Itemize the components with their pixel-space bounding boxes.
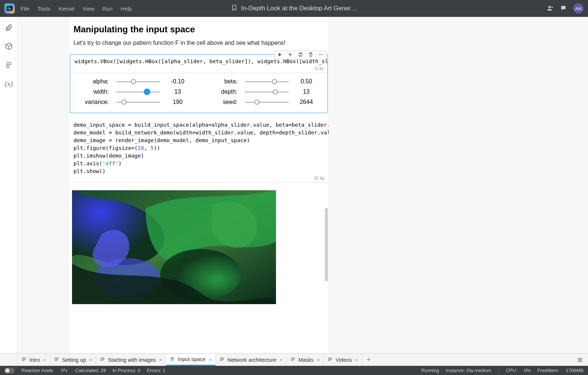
slider-value: -0.10 — [168, 78, 188, 85]
slider-width: width:13 — [81, 89, 188, 95]
worksheet-icon — [290, 357, 295, 363]
run-cell-button[interactable] — [275, 51, 285, 59]
add-tab-button[interactable]: + — [362, 354, 375, 366]
tab-input-space[interactable]: Input space× — [166, 354, 216, 366]
toc-icon[interactable] — [5, 61, 13, 70]
worksheet-icon — [327, 357, 333, 363]
refresh-cell-button[interactable] — [295, 51, 306, 59]
slider-track[interactable] — [116, 79, 160, 84]
tab-setting-up[interactable]: Setting up× — [50, 354, 96, 366]
cell-exec-time: 37.9s — [69, 176, 329, 183]
widget-output: alpha:-0.10beta:0.50width:13depth:13vari… — [70, 73, 327, 113]
slider-seed: seed:2644 — [210, 99, 316, 105]
scrollbar[interactable] — [325, 208, 328, 281]
menu-run[interactable]: Run — [103, 6, 113, 12]
title-text: In-Depth Look at the Desktop Art Gener… — [241, 5, 357, 12]
status-cpu-value: 0% — [524, 368, 531, 373]
box-icon[interactable] — [5, 42, 13, 51]
slider-value: 2644 — [296, 99, 316, 105]
status-errors: Errors: 1 — [147, 368, 165, 373]
cell-17[interactable]: [17] widgets.VBox([widgets.HBox([alpha_s… — [69, 54, 329, 113]
status-bar: Reactive mode IPy Calculated: 29 In Proc… — [0, 366, 588, 375]
close-icon[interactable]: × — [355, 357, 358, 363]
tab-label: Network architecture — [227, 357, 276, 363]
close-icon[interactable]: × — [208, 356, 212, 363]
menu-tools[interactable]: Tools — [37, 6, 50, 12]
worksheet-icon — [54, 357, 59, 363]
slider-depth: depth:13 — [210, 89, 316, 95]
slider-track[interactable] — [116, 99, 160, 105]
svg-point-1 — [319, 54, 320, 55]
reactive-mode-toggle[interactable] — [4, 368, 15, 374]
close-icon[interactable]: × — [89, 357, 92, 363]
slider-alpha: alpha:-0.10 — [81, 78, 188, 85]
user-add-icon[interactable] — [547, 5, 553, 12]
app-logo: DL — [4, 3, 15, 14]
slider-value: 13 — [296, 89, 316, 95]
tab-label: Input space — [178, 356, 205, 362]
tab-intro[interactable]: Intro× — [18, 354, 50, 366]
tab-masks[interactable]: Masks× — [287, 354, 324, 366]
slider-track[interactable] — [245, 89, 289, 95]
delete-cell-button[interactable] — [306, 51, 316, 59]
reactive-mode-label: Reactive mode — [21, 368, 53, 373]
status-instance: Instance: t3a.medium — [446, 368, 491, 373]
status-mem-value: 1766MB — [566, 368, 584, 373]
close-icon[interactable]: × — [279, 357, 283, 363]
menu-kernel[interactable]: Kernel — [58, 6, 74, 12]
worksheet-icon — [170, 356, 175, 363]
svg-point-2 — [320, 54, 321, 55]
svg-point-0 — [549, 6, 551, 8]
slider-track[interactable] — [116, 89, 160, 95]
menu-file[interactable]: File — [21, 6, 29, 12]
bookmark-icon[interactable] — [231, 4, 237, 13]
slider-label: depth: — [210, 89, 237, 95]
slider-label: variance: — [81, 99, 109, 105]
add-cell-button[interactable] — [285, 51, 295, 59]
slider-variance: variance:190 — [81, 99, 188, 105]
attachment-icon[interactable] — [5, 24, 13, 33]
tab-label: Intro — [29, 357, 40, 363]
tab-starting-with-images[interactable]: Starting with images× — [96, 354, 166, 366]
section-heading: Manipulating the input space — [74, 24, 324, 35]
slider-label: alpha: — [81, 78, 109, 85]
tab-label: Setting up — [62, 357, 86, 363]
tab-network-architecture[interactable]: Network architecture× — [216, 354, 287, 366]
slider-value: 0.50 — [296, 78, 316, 85]
comment-icon[interactable] — [560, 5, 567, 12]
slider-value: 13 — [168, 89, 188, 95]
more-cell-button[interactable] — [316, 51, 326, 59]
status-calculated: Calculated: 29 — [75, 368, 106, 373]
cell-toolbar — [275, 51, 326, 60]
tab-videos[interactable]: Videos× — [324, 354, 362, 366]
slider-value: 190 — [168, 99, 188, 105]
slider-label: width: — [81, 89, 109, 95]
document-title: In-Depth Look at the Desktop Art Gener… — [231, 4, 357, 13]
cell-exec-time: 0.3s — [70, 66, 327, 73]
close-icon[interactable]: × — [43, 357, 46, 363]
slider-track[interactable] — [245, 99, 289, 105]
status-inprocess: In Process: 0 — [112, 368, 140, 373]
slider-beta: beta:0.50 — [210, 78, 316, 85]
slider-label: seed: — [210, 99, 237, 105]
slider-track[interactable] — [245, 79, 289, 84]
status-cpu-label: CPU: — [506, 368, 517, 373]
variables-icon[interactable]: (x) — [4, 80, 12, 88]
close-icon[interactable]: × — [317, 357, 320, 363]
menu-view[interactable]: View — [83, 6, 94, 12]
tab-label: Starting with images — [108, 357, 156, 363]
svg-point-3 — [322, 54, 323, 55]
main-menu: File Tools Kernel View Run Help — [21, 6, 132, 12]
tabs-menu-icon[interactable] — [572, 354, 588, 366]
cell-20[interactable]: [20] demo_input_space = build_input_spac… — [69, 118, 329, 305]
avatar[interactable]: AA — [573, 3, 584, 14]
cell-code[interactable]: demo_input_space = build_input_space(alp… — [69, 118, 329, 176]
worksheet-tabs: Intro×Setting up×Starting with images×In… — [0, 353, 588, 366]
notebook-area: Manipulating the input space Let's try t… — [69, 17, 329, 353]
left-sidebar: (x) — [0, 17, 18, 353]
output-image — [72, 190, 276, 304]
tab-label: Masks — [298, 357, 314, 363]
ipy-badge[interactable]: IPy — [60, 368, 69, 373]
close-icon[interactable]: × — [159, 357, 162, 363]
menu-help[interactable]: Help — [121, 6, 132, 12]
